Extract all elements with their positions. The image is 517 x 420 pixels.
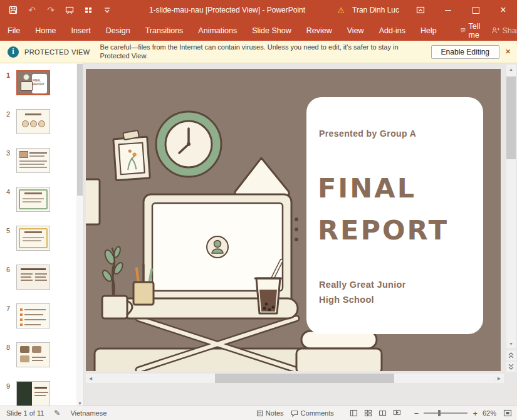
maximize-icon	[473, 7, 479, 14]
thumbnail-row-4[interactable]: 4	[0, 187, 83, 212]
scroll-up-icon: ▲	[509, 67, 513, 71]
preview-button[interactable]	[83, 4, 94, 16]
slide-thumbnail-4[interactable]	[16, 187, 50, 212]
status-bar: Slide 1 of 11 ✎ Vietnamese Notes Comment…	[0, 406, 517, 420]
title-text-panel: Presented by Group A FINALREPORT Really …	[306, 97, 483, 334]
scroll-up-button[interactable]: ▲	[506, 65, 516, 73]
tab-design[interactable]: Design	[98, 20, 138, 41]
slide-thumbnail-1[interactable]: FINALREPORT	[16, 70, 50, 95]
title-bar: ↶ ↷ 1-slide-mau-nau [Protected View] - P…	[0, 0, 517, 20]
thumbnail-row-8[interactable]: 8	[0, 342, 83, 367]
protected-view-banner: i PROTECTED VIEW Be careful—files from t…	[0, 41, 517, 63]
zoom-slider-track	[424, 412, 467, 414]
scroll-left-button[interactable]: ◀	[86, 374, 95, 383]
tab-file[interactable]: File	[0, 20, 28, 41]
slide-number: 8	[0, 342, 16, 351]
slide-thumbnail-8[interactable]	[16, 342, 50, 367]
slide-thumbnail-3[interactable]	[16, 148, 50, 173]
comments-button[interactable]: Comments	[291, 409, 334, 417]
tab-slide-show[interactable]: Slide Show	[244, 20, 299, 41]
redo-button[interactable]: ↷	[45, 4, 56, 16]
tell-me-icon	[461, 26, 466, 34]
thumbnail-row-9[interactable]: 9	[0, 381, 83, 406]
panel-scrollbar[interactable]	[76, 63, 83, 406]
warning-icon: ⚠	[337, 6, 345, 15]
maximize-button[interactable]	[462, 0, 489, 20]
slide-sorter-view-icon[interactable]	[364, 409, 372, 417]
thumbnail-row-3[interactable]: 3	[0, 148, 83, 173]
thumbnail-row-6[interactable]: 6	[0, 265, 83, 290]
tab-view[interactable]: View	[340, 20, 372, 41]
previous-slide-button[interactable]	[506, 350, 516, 360]
reading-view-icon[interactable]	[379, 409, 387, 417]
vertical-scrollbar-thumb[interactable]	[506, 76, 516, 159]
thumbnail-row-7[interactable]: 7	[0, 303, 83, 328]
enable-editing-button[interactable]: Enable Editing	[431, 45, 499, 59]
language-indicator[interactable]: Vietnamese	[70, 409, 107, 417]
tab-animations[interactable]: Animations	[191, 20, 244, 41]
share-button[interactable]: Share	[491, 26, 517, 35]
slide-thumbnail-9[interactable]	[16, 381, 50, 406]
slide-thumbnail-2[interactable]	[16, 109, 50, 134]
slide-thumbnail-5[interactable]	[16, 226, 50, 251]
slide-thumbnail-7[interactable]	[16, 303, 50, 328]
tell-me-button[interactable]: Tell me	[453, 22, 491, 39]
notes-button[interactable]: Notes	[256, 409, 284, 417]
zoom-slider[interactable]	[424, 409, 467, 417]
tab-review[interactable]: Review	[299, 20, 340, 41]
slide-show-view-icon[interactable]	[393, 409, 401, 417]
save-icon	[9, 6, 18, 14]
minimize-button[interactable]	[434, 0, 462, 20]
share-label: Share	[503, 26, 517, 35]
panel-scrollbar-thumb[interactable]	[77, 64, 83, 196]
titlebar-right: ⚠ Tran Dinh Luc ×	[337, 0, 517, 20]
comments-icon	[291, 410, 298, 417]
scroll-right-button[interactable]: ▶	[494, 374, 504, 383]
grid-icon	[84, 6, 93, 14]
tab-add-ins[interactable]: Add-ins	[372, 20, 413, 41]
scroll-down-button[interactable]: ▼	[506, 339, 516, 348]
banner-close-icon[interactable]: ×	[505, 46, 511, 56]
presented-by-text: Presented by Group A	[319, 129, 416, 139]
next-slide-button[interactable]	[506, 362, 516, 372]
normal-view-icon[interactable]	[350, 409, 358, 417]
view-shortcuts	[350, 409, 401, 417]
tab-help[interactable]: Help	[413, 20, 444, 41]
close-button[interactable]: ×	[489, 0, 517, 20]
thumbnail-row-5[interactable]: 5	[0, 226, 83, 251]
horizontal-scrollbar-thumb[interactable]	[215, 374, 394, 383]
proofing-pen-icon[interactable]: ✎	[54, 409, 60, 417]
minimize-icon	[445, 10, 451, 11]
panel-scroll-down-icon[interactable]: ▼	[76, 401, 83, 406]
protected-view-message: Be careful—files from the Internet can c…	[100, 43, 426, 61]
account-name[interactable]: Tran Dinh Luc	[345, 0, 407, 20]
slide-thumbnail-6[interactable]	[16, 265, 50, 290]
notes-label: Notes	[266, 409, 284, 417]
tell-me-label: Tell me	[469, 22, 484, 39]
tab-transitions[interactable]: Transitions	[138, 20, 191, 41]
horizontal-scrollbar[interactable]	[95, 374, 494, 383]
undo-icon: ↶	[28, 6, 36, 14]
start-slideshow-icon	[65, 6, 74, 14]
thumbnail-row-1[interactable]: 1 FINALREPORT	[0, 70, 83, 95]
protected-view-label: PROTECTED VIEW	[24, 48, 90, 56]
start-slideshow-button[interactable]	[64, 4, 75, 16]
fit-slide-to-window-icon[interactable]	[503, 409, 512, 417]
thumbnail-row-2[interactable]: 2	[0, 109, 83, 134]
close-icon: ×	[500, 4, 506, 16]
tab-insert[interactable]: Insert	[64, 20, 98, 41]
quick-access-toolbar: ↶ ↷	[0, 4, 113, 16]
zoom-percentage[interactable]: 62%	[483, 409, 496, 417]
undo-button[interactable]: ↶	[26, 4, 38, 16]
share-icon	[491, 26, 499, 34]
customize-qat-button[interactable]	[102, 4, 113, 16]
tab-home[interactable]: Home	[28, 20, 63, 41]
next-slide-icon	[508, 364, 514, 370]
ribbon-display-options-button[interactable]	[407, 0, 434, 20]
zoom-slider-thumb[interactable]	[438, 410, 441, 416]
content-region: 1 FINALREPORT 2 3	[0, 63, 517, 406]
statusbar-right: Notes Comments − + 62%	[256, 409, 517, 418]
zoom-in-button[interactable]: +	[473, 409, 478, 418]
save-button[interactable]	[8, 4, 19, 16]
zoom-out-button[interactable]: −	[414, 409, 419, 418]
